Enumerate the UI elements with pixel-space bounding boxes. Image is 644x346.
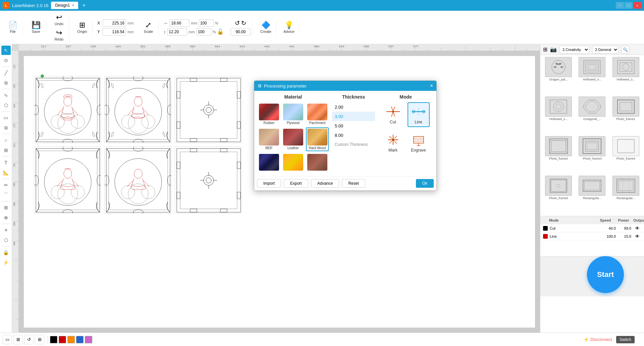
maximize-button[interactable]: □ — [625, 2, 633, 9]
start-button[interactable]: Start — [587, 256, 624, 293]
category-dropdown-2[interactable]: 2.General 1.Shapes 3.Frames — [592, 46, 619, 54]
path-tool[interactable]: ⬡ — [1, 235, 11, 245]
color-purple[interactable] — [85, 336, 92, 343]
ok-button[interactable]: Ok — [416, 179, 434, 188]
material-fabric-1[interactable] — [258, 153, 280, 173]
height-pct-input[interactable] — [196, 28, 211, 36]
export-button[interactable]: Export — [284, 179, 308, 188]
pattern-hollowed-3[interactable]: Hollowed_o... — [542, 97, 575, 135]
material-hardwood[interactable]: Hard Wood — [306, 127, 329, 151]
line-tool[interactable]: ╱ — [1, 68, 11, 77]
search-button[interactable]: 🔍 — [621, 46, 629, 54]
advice-button[interactable]: 💡 Advice — [281, 20, 297, 35]
width-pct-input[interactable] — [199, 19, 214, 27]
mode-engrave[interactable]: Engrave — [408, 130, 430, 155]
rotate-ccw-icon[interactable]: ↺ — [235, 19, 240, 27]
copy-tool[interactable]: ⧉ — [1, 123, 11, 132]
lock-tool[interactable]: 🔒 — [1, 248, 11, 257]
curve-tool[interactable]: ∿ — [1, 91, 11, 100]
thickness-custom[interactable]: Custom Thickness — [332, 140, 375, 149]
origin-button[interactable]: ⊞ Origin — [74, 20, 90, 35]
scale-button[interactable]: ⤢ Scale — [140, 20, 156, 35]
grid-tool[interactable]: ⊞ — [1, 146, 11, 155]
lock-icon[interactable]: 🔓 — [217, 28, 224, 35]
thickness-3[interactable]: 3.00 — [332, 112, 375, 121]
pen-tool[interactable]: ✏ — [1, 180, 11, 190]
color-red[interactable] — [59, 336, 66, 343]
select-tool[interactable]: ↖ — [1, 46, 11, 55]
file-button[interactable]: 📄 File — [5, 20, 21, 35]
undo-button[interactable]: ↩ Undo — [51, 12, 67, 27]
material-fabric-2[interactable] — [282, 153, 305, 173]
text-tool[interactable]: T — [1, 158, 11, 167]
import-button[interactable]: Import — [257, 179, 281, 188]
dialog-close-button[interactable]: × — [430, 83, 433, 89]
camera-icon[interactable]: 📷 — [550, 46, 557, 53]
pattern-octagonal[interactable]: Octagonal_... — [576, 97, 608, 135]
rect-tool[interactable]: ▭ — [1, 113, 11, 122]
create-button[interactable]: 🔷 Create — [258, 20, 274, 35]
material-parchment[interactable]: Parchment — [306, 102, 329, 126]
color-blue[interactable] — [76, 336, 84, 343]
angle-input[interactable] — [230, 28, 251, 36]
ellipse-tool[interactable]: ○ — [1, 135, 11, 145]
tab-close[interactable]: × — [72, 3, 74, 8]
select-all-button[interactable]: ▭ — [3, 335, 12, 344]
y-input[interactable] — [103, 28, 126, 36]
node-tool[interactable]: ⊙ — [1, 56, 11, 65]
thickness-5[interactable]: 5.00 — [332, 121, 375, 130]
height-input[interactable] — [167, 28, 187, 36]
pattern-rectangular-2[interactable]: Rectangular... — [610, 176, 642, 214]
align-tool[interactable]: ≡ — [1, 225, 11, 235]
color-orange[interactable] — [67, 336, 75, 343]
thickness-8[interactable]: 8.00 — [332, 130, 375, 140]
save-button[interactable]: 💾 Save — [28, 20, 44, 35]
layer-row-cut[interactable]: Cut 40.0 99.0 👁 — [540, 224, 644, 232]
add-tab-button[interactable]: + — [82, 2, 85, 8]
reset-button[interactable]: Reset — [342, 179, 365, 188]
minimize-button[interactable]: − — [616, 2, 624, 9]
group-button[interactable]: ⊞ — [13, 335, 23, 344]
pattern-hollowed-2[interactable]: Hollowed_o... — [610, 57, 642, 95]
layer-output-cut[interactable]: 👁 — [633, 226, 641, 231]
view-icon[interactable]: ⊞ — [543, 46, 547, 53]
material-mdf[interactable]: MDF — [258, 127, 280, 151]
pattern-photo-frame2[interactable]: Photo_frame2 — [542, 136, 575, 174]
pattern-photo-frame5[interactable]: Photo_frame5 — [542, 176, 575, 214]
mode-cut[interactable]: Cut — [382, 102, 404, 127]
layer-output-line[interactable]: 👁 — [633, 234, 641, 239]
material-leather[interactable]: Leather — [282, 127, 305, 151]
active-tab[interactable]: Design1 × — [51, 2, 78, 9]
pattern-photo-frame3[interactable]: Photo_frame3 — [576, 136, 608, 174]
shape-tool2[interactable]: ⬡ — [1, 101, 11, 110]
pattern-dragon[interactable]: Dragon_pat... — [542, 57, 575, 95]
layer-row-line[interactable]: Line 100.0 15.0 👁 — [540, 232, 644, 240]
category-dropdown-1[interactable]: 2.Creativity 1.Basic 3.Advanced — [559, 46, 589, 54]
advance-button[interactable]: Advance — [311, 179, 339, 188]
material-plywood[interactable]: Plywood — [282, 102, 305, 126]
close-button[interactable]: × — [633, 2, 641, 9]
layers-tool[interactable]: ⧉ — [1, 78, 11, 88]
color-black[interactable] — [50, 336, 57, 343]
material-fabric-3[interactable] — [306, 153, 329, 173]
measure-tool[interactable]: 📐 — [1, 168, 11, 177]
pattern-rectangular-1[interactable]: Rectangular... — [576, 176, 608, 214]
pattern-photo-frame4[interactable]: Photo_frame4 — [610, 136, 642, 174]
material-rubber[interactable]: Rubber — [258, 102, 280, 126]
array-tool[interactable]: ⊞ — [1, 203, 11, 212]
connect-tool[interactable]: ⊕ — [1, 213, 11, 222]
grid-view-button[interactable]: ⊞ — [35, 335, 44, 344]
mode-mark[interactable]: Mark — [382, 130, 404, 155]
rotate-cw-icon[interactable]: ↻ — [241, 19, 246, 27]
laser-tool[interactable]: ⚡ — [1, 258, 11, 267]
thickness-2[interactable]: 2.00 — [332, 102, 375, 112]
disconnect-button[interactable]: ⚡ Disconnect — [584, 337, 612, 342]
redo-button[interactable]: ↪ Redo — [51, 28, 67, 43]
mode-line[interactable]: Line — [408, 102, 430, 127]
pattern-hollowed-1[interactable]: Hollowed_o... — [576, 57, 608, 95]
bezier-tool[interactable]: ⌒ — [1, 190, 11, 200]
width-input[interactable] — [169, 19, 190, 27]
switch-button[interactable]: Switch — [616, 336, 635, 343]
pattern-photo-frame1[interactable]: Photo_frame1 — [610, 97, 642, 135]
rotate-button[interactable]: ↺ — [24, 335, 34, 344]
